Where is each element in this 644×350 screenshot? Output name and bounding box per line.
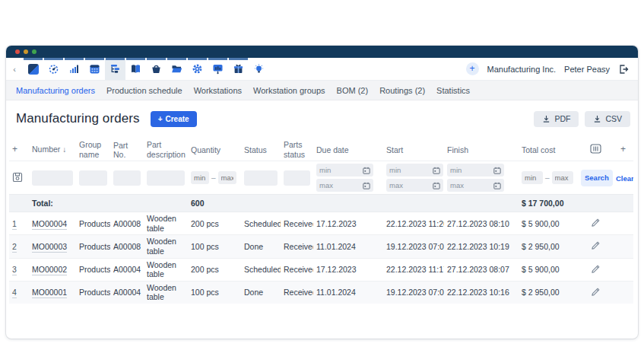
row-index-link[interactable]: 3 (12, 265, 17, 275)
filter-start-max-date[interactable]: max (386, 179, 443, 192)
edit-pencil-icon[interactable] (591, 240, 601, 250)
col-finish[interactable]: Finish (444, 138, 519, 161)
edit-pencil-icon[interactable] (591, 287, 601, 297)
order-number-link[interactable]: MO00004 (32, 219, 67, 230)
row-index-link[interactable]: 4 (12, 288, 17, 298)
gear-icon[interactable] (187, 58, 208, 80)
group-name-cell: Products (76, 258, 110, 281)
edit-pencil-icon[interactable] (591, 218, 601, 228)
calendar-small-icon (493, 182, 501, 189)
tab-bom[interactable]: BOM (2) (337, 86, 369, 95)
table-row: 1 MO00004 Products A00008 Wooden table 2… (9, 212, 633, 235)
create-button[interactable]: + Create (151, 111, 197, 127)
total-cost-cell: $ 2 950,00 (519, 281, 578, 304)
order-number-link[interactable]: MO00001 (32, 288, 67, 298)
back-icon[interactable]: ‹ (6, 58, 23, 80)
logout-icon[interactable] (618, 64, 629, 75)
col-group-name[interactable]: Group name (76, 138, 110, 161)
filter-start-min-date[interactable]: min (386, 164, 443, 177)
filter-number-input[interactable] (32, 170, 73, 186)
filter-status-input[interactable] (244, 170, 278, 186)
filter-due-min-date[interactable]: min (316, 164, 373, 177)
col-parts-status[interactable]: Parts status (281, 138, 313, 161)
order-number-link[interactable]: MO00002 (32, 265, 67, 275)
expand-all-button[interactable]: + (12, 144, 17, 154)
basket-icon[interactable] (146, 58, 167, 80)
filter-quantity-max-input[interactable] (218, 171, 236, 184)
filter-group-input[interactable] (79, 170, 107, 186)
table-body: Total: 600 $ 17 700,00 1 MO00004 Product… (9, 195, 633, 304)
due-date-cell: 11.01.2024 (313, 281, 383, 304)
calendar-small-icon (433, 182, 440, 189)
quantity-cell: 100 pcs (188, 281, 241, 304)
filter-finish-max-date[interactable]: max (447, 179, 504, 192)
bulb-icon[interactable] (249, 58, 269, 80)
row-index-link[interactable]: 2 (12, 242, 17, 253)
save-filter-icon[interactable] (12, 172, 23, 183)
company-name[interactable]: Manufacturing Inc. (487, 65, 557, 74)
calendar-small-icon (493, 167, 501, 174)
close-window-icon[interactable] (15, 49, 20, 54)
columns-settings-icon[interactable] (590, 144, 601, 154)
filter-parts-status-input[interactable] (284, 170, 310, 186)
filter-cost-max-input[interactable] (552, 171, 573, 184)
gift-glyph (233, 63, 244, 75)
parts-status-cell: Received (281, 281, 313, 304)
status-cell: Scheduled (241, 258, 281, 281)
calendar-icon[interactable] (84, 58, 105, 80)
minimize-window-icon[interactable] (24, 49, 28, 54)
parts-status-cell: Received (281, 212, 313, 235)
export-buttons: PDF CSV (534, 111, 630, 127)
filter-part-no-input[interactable] (113, 170, 141, 186)
order-number-link[interactable]: MO00003 (32, 242, 67, 253)
quick-add-button[interactable]: + (466, 62, 479, 75)
row-index-link[interactable]: 1 (12, 219, 17, 230)
logo-icon[interactable] (23, 58, 43, 80)
filter-cost-min-input[interactable] (522, 171, 543, 184)
window-titlebar (6, 46, 638, 58)
finish-cell: 27.12.2023 08:10 (444, 212, 519, 235)
col-part-description[interactable]: Part description (144, 138, 188, 161)
folder-icon[interactable] (167, 58, 187, 80)
col-part-no[interactable]: Part No. (110, 138, 144, 161)
status-cell: Done (241, 281, 281, 304)
screen-icon[interactable] (208, 58, 228, 80)
col-start[interactable]: Start (383, 138, 444, 161)
search-button[interactable]: Search (581, 170, 613, 186)
hierarchy-icon[interactable] (105, 58, 125, 80)
col-total-cost[interactable]: Total cost (519, 138, 578, 161)
filter-due-max-date[interactable]: max (316, 179, 373, 192)
tab-workstation-groups[interactable]: Workstation groups (253, 86, 325, 95)
status-cell: Done (241, 235, 281, 258)
quantity-cell: 100 pcs (188, 235, 241, 258)
edit-pencil-icon[interactable] (591, 264, 601, 274)
user-name[interactable]: Peter Peasy (564, 65, 610, 74)
csv-button[interactable]: CSV (585, 111, 630, 127)
add-column-button[interactable]: + (620, 144, 626, 154)
download-icon (593, 115, 601, 123)
chart-bars-icon[interactable] (64, 58, 84, 80)
main-toolbar: ‹ (6, 58, 638, 81)
col-due-date[interactable]: Due date (313, 138, 383, 161)
clear-button[interactable]: Clear (616, 174, 633, 183)
filter-quantity-min-input[interactable] (191, 171, 209, 184)
tab-statistics[interactable]: Statistics (436, 86, 470, 95)
tab-workstations[interactable]: Workstations (194, 86, 242, 95)
zoom-window-icon[interactable] (32, 49, 36, 54)
tab-manufacturing-orders[interactable]: Manufacturing orders (16, 86, 95, 95)
pdf-button[interactable]: PDF (534, 111, 579, 127)
filter-finish-min-date[interactable]: min (447, 164, 504, 177)
col-status[interactable]: Status (241, 138, 281, 161)
tab-production-schedule[interactable]: Production schedule (106, 86, 182, 95)
timer-icon[interactable] (43, 58, 64, 80)
calendar-glyph (89, 63, 100, 75)
col-number[interactable]: Number ↓ (29, 138, 76, 161)
gift-icon[interactable] (228, 58, 249, 80)
table-row: 2 MO00003 Products A00008 Wooden table 1… (9, 235, 633, 258)
total-cost: $ 17 700,00 (519, 195, 578, 212)
part-no-cell: A00004 (110, 281, 144, 304)
filter-part-desc-input[interactable] (147, 170, 185, 186)
book-icon[interactable] (125, 58, 146, 80)
col-quantity[interactable]: Quantity (188, 138, 241, 161)
tab-routings[interactable]: Routings (2) (379, 86, 425, 95)
